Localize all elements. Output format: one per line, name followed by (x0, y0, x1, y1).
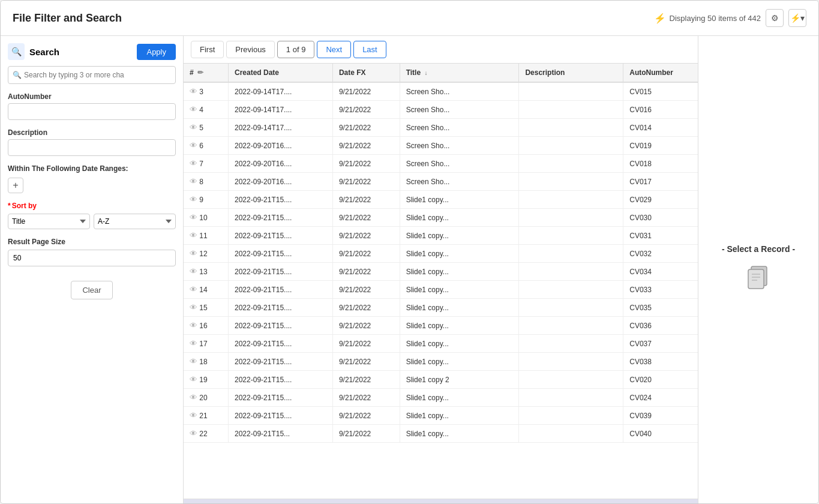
previous-button[interactable]: Previous (226, 41, 275, 58)
cell-title: Slide1 copy... (400, 389, 519, 407)
cell-autonumber: CV020 (623, 371, 698, 389)
eye-icon[interactable]: 👁 (190, 393, 197, 402)
col-datefx: Date FX (332, 64, 400, 82)
table-row[interactable]: 👁 11 2022-09-21T15.... 9/21/2022 Slide1 … (184, 227, 698, 245)
sort-row: Title Created Date AutoNumber Date FX A-… (8, 214, 176, 229)
table-row[interactable]: 👁 21 2022-09-21T15.... 9/21/2022 Slide1 … (184, 407, 698, 425)
table-row[interactable]: 👁 17 2022-09-21T15.... 9/21/2022 Slide1 … (184, 335, 698, 353)
last-button[interactable]: Last (353, 41, 386, 58)
cell-created: 2022-09-21T15.... (229, 281, 333, 299)
cell-autonumber: CV034 (623, 263, 698, 281)
bottom-scrollbar[interactable] (184, 499, 698, 503)
cell-autonumber: CV036 (623, 317, 698, 335)
table-row[interactable]: 👁 9 2022-09-21T15.... 9/21/2022 Slide1 c… (184, 191, 698, 209)
autonumber-label: AutoNumber (8, 92, 176, 101)
eye-icon[interactable]: 👁 (190, 213, 197, 222)
cell-created: 2022-09-21T15.... (229, 245, 333, 263)
eye-icon[interactable]: 👁 (190, 321, 197, 330)
lightning-button[interactable]: ⚡▾ (788, 9, 806, 27)
cell-title: Slide1 copy... (400, 407, 519, 425)
table-row[interactable]: 👁 8 2022-09-20T16.... 9/21/2022 Screen S… (184, 173, 698, 191)
cell-datefx: 9/21/2022 (332, 227, 400, 245)
cell-title: Slide1 copy... (400, 353, 519, 371)
col-num: # ✏ (184, 64, 229, 82)
cell-created: 2022-09-21T15.... (229, 407, 333, 425)
search-icon: 🔍 (8, 43, 25, 60)
eye-icon[interactable]: 👁 (190, 429, 197, 438)
table-row[interactable]: 👁 20 2022-09-21T15.... 9/21/2022 Slide1 … (184, 389, 698, 407)
cell-datefx: 9/21/2022 (332, 425, 400, 443)
sort-field-select[interactable]: Title Created Date AutoNumber Date FX (8, 214, 90, 229)
settings-button[interactable]: ⚙ (766, 9, 784, 27)
table-row[interactable]: 👁 14 2022-09-21T15.... 9/21/2022 Slide1 … (184, 281, 698, 299)
pagination-bar: First Previous 1 of 9 Next Last (184, 36, 698, 64)
eye-icon[interactable]: 👁 (190, 159, 197, 168)
eye-icon[interactable]: 👁 (190, 303, 197, 312)
eye-icon[interactable]: 👁 (190, 267, 197, 276)
cell-description (519, 173, 623, 191)
cell-datefx: 9/21/2022 (332, 335, 400, 353)
eye-icon[interactable]: 👁 (190, 87, 197, 96)
apply-button[interactable]: Apply (137, 44, 176, 60)
cell-description (519, 317, 623, 335)
eye-icon[interactable]: 👁 (190, 177, 197, 186)
search-input-wrap: 🔍 (8, 66, 176, 84)
table-row[interactable]: 👁 15 2022-09-21T15.... 9/21/2022 Slide1 … (184, 299, 698, 317)
add-date-button[interactable]: + (8, 178, 23, 193)
cell-eye: 👁 7 (184, 155, 229, 173)
cell-description (519, 281, 623, 299)
eye-icon[interactable]: 👁 (190, 249, 197, 258)
col-description: Description (519, 64, 623, 82)
cell-eye: 👁 8 (184, 173, 229, 191)
table-row[interactable]: 👁 16 2022-09-21T15.... 9/21/2022 Slide1 … (184, 317, 698, 335)
eye-icon[interactable]: 👁 (190, 231, 197, 240)
table-row[interactable]: 👁 4 2022-09-14T17.... 9/21/2022 Screen S… (184, 101, 698, 119)
eye-icon[interactable]: 👁 (190, 141, 197, 150)
date-range-label: Within The Following Date Ranges: (8, 164, 176, 173)
eye-icon[interactable]: 👁 (190, 195, 197, 204)
table-row[interactable]: 👁 19 2022-09-21T15.... 9/21/2022 Slide1 … (184, 371, 698, 389)
cell-autonumber: CV029 (623, 191, 698, 209)
col-title[interactable]: Title ↓ (400, 64, 519, 82)
search-input[interactable] (8, 66, 176, 84)
page-size-input[interactable] (8, 250, 176, 266)
header-right: ⚡ Displaying 50 items of 442 ⚙ ⚡▾ (654, 9, 806, 27)
table-row[interactable]: 👁 12 2022-09-21T15.... 9/21/2022 Slide1 … (184, 245, 698, 263)
eye-icon[interactable]: 👁 (190, 357, 197, 366)
cell-title: Slide1 copy 2 (400, 371, 519, 389)
description-input[interactable] (8, 139, 176, 156)
first-button[interactable]: First (191, 41, 224, 58)
table-row[interactable]: 👁 3 2022-09-14T17.... 9/21/2022 Screen S… (184, 82, 698, 101)
table-row[interactable]: 👁 13 2022-09-21T15.... 9/21/2022 Slide1 … (184, 263, 698, 281)
eye-icon[interactable]: 👁 (190, 411, 197, 420)
eye-icon[interactable]: 👁 (190, 105, 197, 114)
cell-description (519, 82, 623, 101)
table-row[interactable]: 👁 10 2022-09-21T15.... 9/21/2022 Slide1 … (184, 209, 698, 227)
table-row[interactable]: 👁 5 2022-09-14T17.... 9/21/2022 Screen S… (184, 119, 698, 137)
eye-icon[interactable]: 👁 (190, 123, 197, 132)
clear-button[interactable]: Clear (71, 281, 112, 299)
sort-order-select[interactable]: A-Z Z-A (94, 214, 176, 229)
eye-icon[interactable]: 👁 (190, 339, 197, 348)
edit-num-icon[interactable]: ✏ (197, 68, 203, 77)
cell-datefx: 9/21/2022 (332, 137, 400, 155)
displaying-badge: ⚡ Displaying 50 items of 442 (654, 13, 761, 24)
table-row[interactable]: 👁 18 2022-09-21T15.... 9/21/2022 Slide1 … (184, 353, 698, 371)
table-row[interactable]: 👁 22 2022-09-21T15... 9/21/2022 Slide1 c… (184, 425, 698, 443)
cell-eye: 👁 18 (184, 353, 229, 371)
cell-autonumber: CV017 (623, 173, 698, 191)
cell-autonumber: CV037 (623, 335, 698, 353)
cell-description (519, 155, 623, 173)
eye-icon[interactable]: 👁 (190, 285, 197, 294)
table-row[interactable]: 👁 7 2022-09-20T16.... 9/21/2022 Screen S… (184, 155, 698, 173)
table-row[interactable]: 👁 6 2022-09-20T16.... 9/21/2022 Screen S… (184, 137, 698, 155)
autonumber-input[interactable] (8, 103, 176, 120)
cell-created: 2022-09-21T15.... (229, 299, 333, 317)
eye-icon[interactable]: 👁 (190, 375, 197, 384)
right-panel: - Select a Record - (698, 36, 818, 503)
next-button[interactable]: Next (317, 41, 351, 58)
cell-created: 2022-09-20T16.... (229, 137, 333, 155)
cell-autonumber: CV018 (623, 155, 698, 173)
copy-icon (746, 263, 770, 296)
cell-autonumber: CV035 (623, 299, 698, 317)
